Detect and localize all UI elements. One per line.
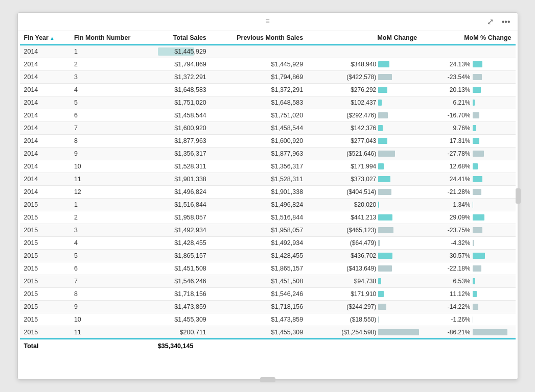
cell-mom-change: ($404,514) xyxy=(307,186,421,199)
cell-prev-month-sales: $1,600,920 xyxy=(211,135,307,148)
cell-mom-pct: 30.57% xyxy=(421,250,515,262)
cell-total-sales: $1,428,455 xyxy=(154,237,211,250)
cell-mom-change: ($465,123) xyxy=(307,224,421,237)
cell-mom-pct: 6.21% xyxy=(421,96,515,109)
expand-icon[interactable]: ⤢ xyxy=(485,16,496,28)
cell-mom-pct: 6.53% xyxy=(421,275,515,288)
cell-prev-month-sales: $1,516,844 xyxy=(211,211,307,224)
table-row: 20142$1,794,869$1,445,929$348,94024.13% xyxy=(20,58,516,71)
cell-fin-month: 10 xyxy=(70,160,154,173)
cell-mom-change: ($292,476) xyxy=(307,109,421,122)
cell-fin-month: 9 xyxy=(70,148,154,160)
cell-prev-month-sales xyxy=(211,45,307,58)
cell-prev-month-sales: $1,648,583 xyxy=(211,96,307,109)
col-fin-month[interactable]: Fin Month Number xyxy=(70,31,154,45)
cell-fin-year: 2015 xyxy=(20,211,70,224)
footer-empty-pct xyxy=(421,339,515,353)
cell-mom-pct: -86.21% xyxy=(421,326,515,339)
cell-fin-month: 4 xyxy=(70,84,154,96)
cell-fin-year: 2015 xyxy=(20,301,70,313)
cell-fin-month: 5 xyxy=(70,250,154,262)
cell-fin-year: 2014 xyxy=(20,45,70,58)
col-prev-month-sales[interactable]: Previous Month Sales xyxy=(211,31,307,45)
cell-total-sales: $1,455,309 xyxy=(154,313,211,326)
cell-mom-change: $373,027 xyxy=(307,173,421,186)
drag-handle-icon[interactable]: ≡ xyxy=(265,17,269,25)
col-fin-year[interactable]: Fin Year xyxy=(20,31,70,45)
cell-total-sales: $1,877,963 xyxy=(154,135,211,148)
table-row: 20147$1,600,920$1,458,544$142,3769.76% xyxy=(20,122,516,135)
cell-fin-year: 2015 xyxy=(20,224,70,237)
cell-fin-month: 7 xyxy=(70,122,154,135)
cell-prev-month-sales: $1,546,246 xyxy=(211,288,307,301)
table-row: 201511$200,711$1,455,309($1,254,598)-86.… xyxy=(20,326,516,339)
footer-empty-month xyxy=(70,339,154,353)
resize-handle-right[interactable] xyxy=(516,188,521,204)
cell-fin-month: 3 xyxy=(70,71,154,84)
cell-fin-year: 2014 xyxy=(20,96,70,109)
table-row: 20151$1,516,844$1,496,824$20,0201.34% xyxy=(20,199,516,211)
cell-total-sales: $1,751,020 xyxy=(154,96,211,109)
cell-prev-month-sales: $1,428,455 xyxy=(211,250,307,262)
cell-fin-month: 11 xyxy=(70,326,154,339)
cell-prev-month-sales: $1,458,544 xyxy=(211,122,307,135)
cell-total-sales: $1,496,824 xyxy=(154,186,211,199)
cell-prev-month-sales: $1,718,156 xyxy=(211,301,307,313)
cell-fin-month: 3 xyxy=(70,224,154,237)
cell-fin-year: 2014 xyxy=(20,109,70,122)
cell-fin-month: 8 xyxy=(70,288,154,301)
cell-mom-change: $348,940 xyxy=(307,58,421,71)
cell-fin-month: 5 xyxy=(70,96,154,109)
cell-mom-pct: -27.78% xyxy=(421,148,515,160)
cell-prev-month-sales: $1,445,929 xyxy=(211,58,307,71)
cell-total-sales: $1,451,508 xyxy=(154,262,211,275)
cell-mom-pct: 24.41% xyxy=(421,173,515,186)
more-options-icon[interactable]: ••• xyxy=(500,16,513,28)
widget-header: ≡ ⤢ ••• xyxy=(18,13,518,31)
widget-container: ≡ ⤢ ••• Fin Year Fin Month Number Total … xyxy=(17,12,518,380)
cell-mom-pct: -4.32% xyxy=(421,237,515,250)
cell-mom-change: $94,738 xyxy=(307,275,421,288)
cell-total-sales: $1,865,157 xyxy=(154,250,211,262)
table-body: 20141 $1,445,929 20142$1,794,869$1,445,9… xyxy=(20,45,516,339)
cell-fin-year: 2014 xyxy=(20,122,70,135)
col-total-sales[interactable]: Total Sales xyxy=(154,31,211,45)
cell-mom-change: ($413,649) xyxy=(307,262,421,275)
footer-empty-mom xyxy=(307,339,421,353)
cell-fin-month: 1 xyxy=(70,199,154,211)
cell-prev-month-sales: $1,496,824 xyxy=(211,199,307,211)
cell-mom-pct: -21.28% xyxy=(421,186,515,199)
col-mom-pct[interactable]: MoM % Change xyxy=(421,31,515,45)
cell-fin-year: 2015 xyxy=(20,250,70,262)
cell-prev-month-sales: $1,865,157 xyxy=(211,262,307,275)
cell-fin-year: 2014 xyxy=(20,186,70,199)
table-footer-row: Total $35,340,145 xyxy=(20,339,516,353)
cell-mom-pct: 1.34% xyxy=(421,199,515,211)
table-row: 201411$1,901,338$1,528,311$373,02724.41% xyxy=(20,173,516,186)
resize-handle-bottom[interactable] xyxy=(260,377,275,382)
table-row: 20146$1,458,544$1,751,020($292,476)-16.7… xyxy=(20,109,516,122)
data-table: Fin Year Fin Month Number Total Sales Pr… xyxy=(20,31,516,353)
col-mom-change[interactable]: MoM Change xyxy=(307,31,421,45)
cell-mom-change: ($18,550) xyxy=(307,313,421,326)
cell-fin-month: 11 xyxy=(70,173,154,186)
table-row: 20144$1,648,583$1,372,291$276,29220.13% xyxy=(20,84,516,96)
table-row: 201412$1,496,824$1,901,338($404,514)-21.… xyxy=(20,186,516,199)
cell-mom-change: $277,043 xyxy=(307,135,421,148)
cell-total-sales: $1,528,311 xyxy=(154,160,211,173)
cell-fin-year: 2014 xyxy=(20,84,70,96)
table-row: 20148$1,877,963$1,600,920$277,04317.31% xyxy=(20,135,516,148)
cell-mom-change: $171,994 xyxy=(307,160,421,173)
cell-mom-pct: -14.22% xyxy=(421,301,515,313)
cell-mom-pct: -22.18% xyxy=(421,262,515,275)
cell-mom-pct: -1.26% xyxy=(421,313,515,326)
cell-total-sales: $1,372,291 xyxy=(154,71,211,84)
cell-mom-change: ($1,254,598) xyxy=(307,326,421,339)
cell-prev-month-sales: $1,451,508 xyxy=(211,275,307,288)
footer-empty-prev xyxy=(211,339,307,353)
cell-mom-change: $20,020 xyxy=(307,199,421,211)
cell-fin-year: 2014 xyxy=(20,173,70,186)
cell-mom-pct: 20.13% xyxy=(421,84,515,96)
table-row: 20143$1,372,291$1,794,869($422,578)-23.5… xyxy=(20,71,516,84)
footer-label: Total xyxy=(20,339,70,353)
